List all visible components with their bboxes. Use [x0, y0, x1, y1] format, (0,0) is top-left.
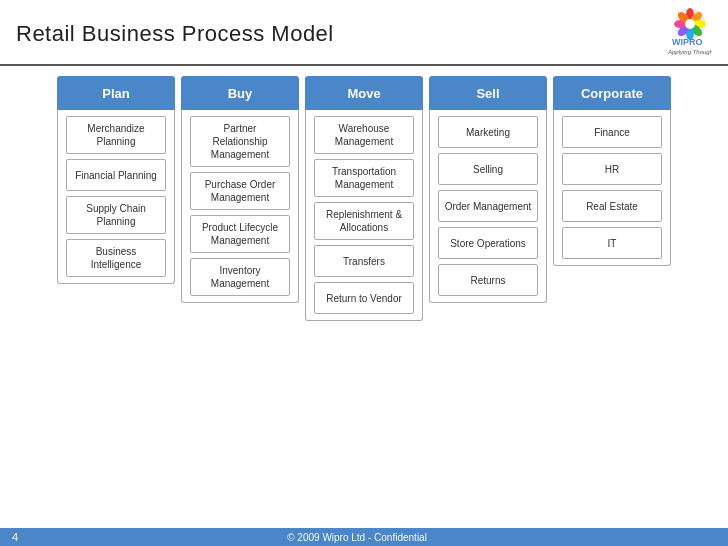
col-header-corporate: Corporate	[553, 76, 671, 110]
col-header-plan: Plan	[57, 76, 175, 110]
column-sell: SellMarketingSellingOrder ManagementStor…	[429, 76, 547, 303]
box-sell-2: Order Management	[438, 190, 537, 222]
box-corporate-0: Finance	[562, 116, 661, 148]
column-corporate: CorporateFinanceHRReal EstateIT	[553, 76, 671, 266]
footer: 4 © 2009 Wipro Ltd - Confidential	[0, 528, 728, 546]
box-plan-1: Financial Planning	[66, 159, 165, 191]
col-body-buy: Partner Relationship ManagementPurchase …	[181, 110, 299, 303]
main-content: PlanMerchandize PlanningFinancial Planni…	[0, 66, 728, 325]
box-sell-3: Store Operations	[438, 227, 537, 259]
column-plan: PlanMerchandize PlanningFinancial Planni…	[57, 76, 175, 284]
page: Retail Business Process Model WIPRO Appl…	[0, 0, 728, 546]
box-plan-3: Business Intelligence	[66, 239, 165, 277]
box-move-4: Return to Vendor	[314, 282, 413, 314]
logo-area: WIPRO Applying Thought	[640, 8, 712, 60]
box-move-0: Warehouse Management	[314, 116, 413, 154]
col-body-corporate: FinanceHRReal EstateIT	[553, 110, 671, 266]
svg-text:Applying Thought: Applying Thought	[667, 49, 712, 55]
box-move-3: Transfers	[314, 245, 413, 277]
col-header-buy: Buy	[181, 76, 299, 110]
column-buy: BuyPartner Relationship ManagementPurcha…	[181, 76, 299, 303]
svg-point-9	[685, 19, 695, 29]
box-buy-3: Inventory Management	[190, 258, 289, 296]
box-sell-4: Returns	[438, 264, 537, 296]
box-buy-2: Product Lifecycle Management	[190, 215, 289, 253]
box-corporate-1: HR	[562, 153, 661, 185]
box-corporate-2: Real Estate	[562, 190, 661, 222]
box-plan-0: Merchandize Planning	[66, 116, 165, 154]
box-buy-0: Partner Relationship Management	[190, 116, 289, 167]
svg-text:WIPRO: WIPRO	[672, 37, 703, 47]
box-plan-2: Supply Chain Planning	[66, 196, 165, 234]
box-sell-0: Marketing	[438, 116, 537, 148]
col-header-sell: Sell	[429, 76, 547, 110]
column-move: MoveWarehouse ManagementTransportation M…	[305, 76, 423, 321]
col-body-sell: MarketingSellingOrder ManagementStore Op…	[429, 110, 547, 303]
page-title: Retail Business Process Model	[16, 21, 334, 47]
footer-page-number: 4	[12, 531, 18, 543]
box-move-2: Replenishment & Allocations	[314, 202, 413, 240]
col-body-plan: Merchandize PlanningFinancial PlanningSu…	[57, 110, 175, 284]
header: Retail Business Process Model WIPRO Appl…	[0, 0, 728, 66]
box-buy-1: Purchase Order Management	[190, 172, 289, 210]
box-sell-1: Selling	[438, 153, 537, 185]
col-header-move: Move	[305, 76, 423, 110]
col-body-move: Warehouse ManagementTransportation Manag…	[305, 110, 423, 321]
box-corporate-3: IT	[562, 227, 661, 259]
footer-copyright: © 2009 Wipro Ltd - Confidential	[287, 532, 427, 543]
box-move-1: Transportation Management	[314, 159, 413, 197]
wipro-logo: WIPRO Applying Thought	[640, 8, 712, 60]
